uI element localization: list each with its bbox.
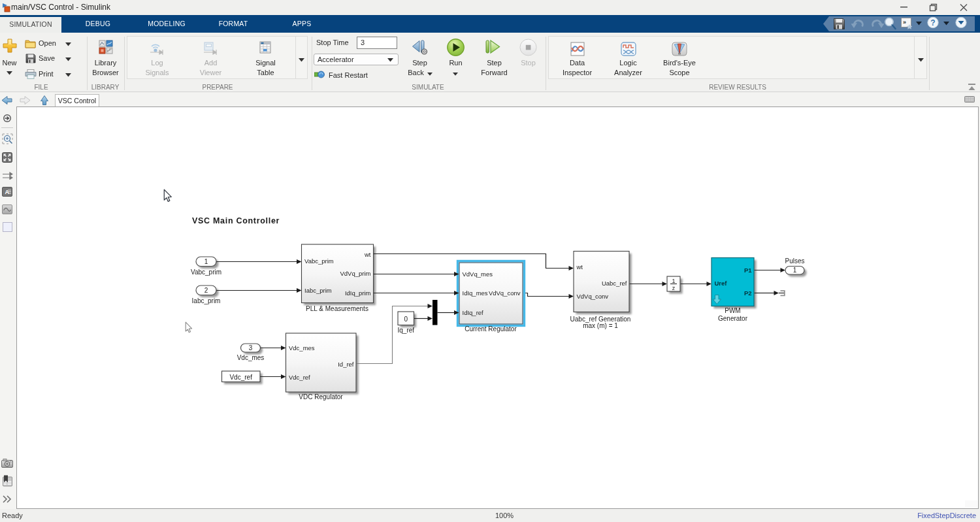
svg-text:3: 3 [249,344,253,351]
svg-text:Iq_ref: Iq_ref [398,327,415,334]
svg-text:IdIq_mes: IdIq_mes [463,289,488,297]
svg-text:Generator: Generator [718,315,748,322]
svg-text:0: 0 [404,316,408,323]
svg-text:VdVq_conv: VdVq_conv [489,289,521,297]
svg-text:wt: wt [364,251,371,258]
svg-text:IdIq_ref: IdIq_ref [463,309,484,316]
svg-text:1: 1 [793,267,797,274]
svg-text:max (m) = 1: max (m) = 1 [583,322,618,329]
svg-text:Id_ref: Id_ref [338,361,354,368]
svg-text:?: ? [930,18,935,27]
svg-text:Uabc_ref: Uabc_ref [602,280,627,287]
svg-text:Current Regulator: Current Regulator [465,325,517,333]
svg-text:VdVq_prim: VdVq_prim [340,270,371,277]
svg-text:Uabc_ref Generation: Uabc_ref Generation [570,316,631,323]
svg-text:Iabc_prim: Iabc_prim [192,297,221,304]
svg-text:1: 1 [672,278,675,284]
svg-text:PWM: PWM [725,307,740,314]
svg-text:VdVq_mes: VdVq_mes [463,270,493,278]
svg-text:VdVq_conv: VdVq_conv [577,293,609,300]
svg-text:Iabc_prim: Iabc_prim [304,287,332,294]
svg-text:Vabc_prim: Vabc_prim [191,269,221,276]
svg-text:VSC Main Controller: VSC Main Controller [192,216,280,225]
svg-text:1: 1 [204,258,208,265]
svg-text:Vdc_ref: Vdc_ref [229,374,252,381]
svg-text:wt: wt [576,263,583,270]
svg-text:PLL & Measurements: PLL & Measurements [306,305,368,312]
svg-text:»: » [903,19,906,25]
svg-text:IdIq_prim: IdIq_prim [345,289,371,297]
svg-text:P2: P2 [744,289,752,297]
svg-text:VDC Regulator: VDC Regulator [299,393,343,400]
svg-text:Vdc_mes: Vdc_mes [289,344,315,351]
svg-text:Vabc_prim: Vabc_prim [304,257,334,265]
svg-text:z: z [672,285,676,291]
svg-text:Uref: Uref [715,280,728,287]
svg-text:Pulses: Pulses [785,257,804,265]
svg-text:Vdc_mes: Vdc_mes [237,354,265,361]
svg-text:Vdc_ref: Vdc_ref [289,374,310,381]
svg-text:2: 2 [204,287,208,294]
svg-text:P1: P1 [744,267,752,274]
